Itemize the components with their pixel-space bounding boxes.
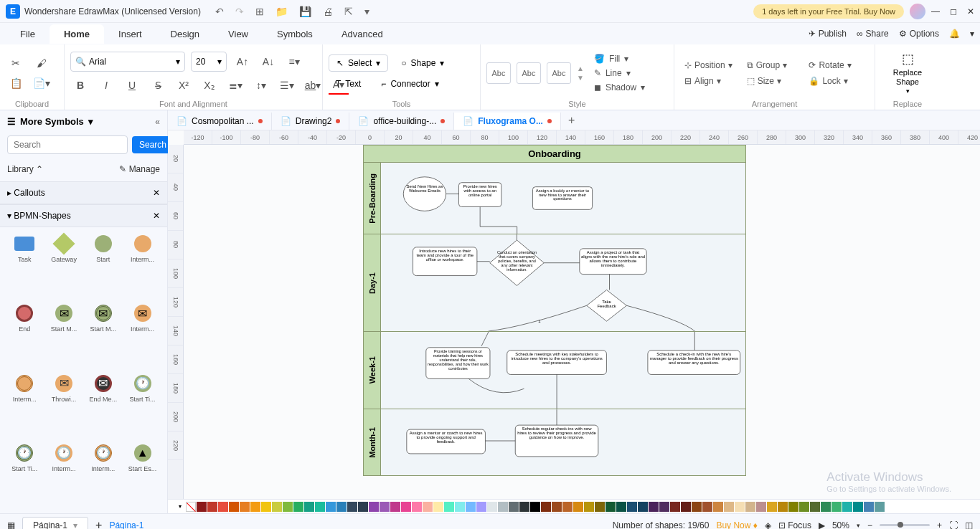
shape-item[interactable]: 🕐Start Ti... — [123, 373, 161, 438]
color-swatch[interactable] — [756, 502, 766, 512]
diagram-page[interactable]: Onboarding Pre-Boarding Send New Hires a… — [363, 145, 746, 476]
save-icon[interactable]: 💾 — [299, 6, 311, 17]
color-swatch[interactable] — [401, 502, 411, 512]
shape-item[interactable]: 🕐Interm... — [45, 442, 83, 507]
color-swatch[interactable] — [326, 502, 336, 512]
color-swatch[interactable] — [552, 502, 562, 512]
group-button[interactable]: ⧉ Group▾ — [743, 58, 799, 72]
shape-item[interactable]: 🕐Start Ti... — [6, 442, 44, 507]
trial-badge[interactable]: 1 days left in your Free Trial. Buy Now — [753, 4, 904, 19]
color-swatch[interactable] — [541, 502, 551, 512]
shape-item[interactable]: ▲Start Es... — [123, 442, 161, 507]
color-swatch[interactable] — [466, 502, 476, 512]
color-swatch[interactable] — [595, 502, 605, 512]
export-icon[interactable]: ⇱ — [344, 6, 353, 17]
color-swatch[interactable] — [519, 502, 529, 512]
shape-item[interactable]: Task — [6, 233, 44, 298]
increase-font-icon[interactable]: A↑ — [232, 52, 253, 71]
color-swatch[interactable] — [498, 502, 508, 512]
color-swatch[interactable] — [573, 502, 583, 512]
color-swatch[interactable] — [423, 502, 433, 512]
color-swatch[interactable] — [240, 502, 250, 512]
minimize-icon[interactable]: — — [931, 6, 940, 16]
shape-tool[interactable]: ○Shape ▾ — [394, 55, 451, 71]
color-swatch[interactable] — [358, 502, 368, 512]
fill-option[interactable]: 🪣Fill▾ — [590, 52, 649, 65]
color-swatch[interactable] — [584, 502, 594, 512]
options-button[interactable]: ⚙Options — [899, 29, 939, 39]
buy-now-link[interactable]: Buy Now ♦ — [716, 520, 758, 530]
zoom-out-icon[interactable]: − — [867, 520, 872, 530]
color-swatch[interactable] — [638, 502, 648, 512]
style-preset-2[interactable]: Abc — [517, 62, 541, 84]
strike-icon[interactable]: S̶ — [148, 76, 168, 95]
user-avatar[interactable] — [910, 4, 925, 19]
color-swatch[interactable] — [304, 502, 314, 512]
color-swatch[interactable] — [649, 502, 659, 512]
print-icon[interactable]: 🖨 — [323, 6, 333, 17]
underline-icon[interactable]: U — [122, 76, 142, 95]
collapse-panel-icon[interactable]: « — [155, 117, 160, 127]
add-tab-icon[interactable]: + — [561, 111, 582, 130]
color-swatch[interactable] — [229, 502, 239, 512]
redo-icon[interactable]: ↷ — [235, 6, 244, 17]
menu-view[interactable]: View — [214, 24, 263, 44]
color-swatch[interactable] — [455, 502, 465, 512]
align-button[interactable]: ⊟ Align▾ — [680, 74, 737, 88]
shape-item[interactable]: 🕐Interm... — [85, 442, 123, 507]
zoom-level[interactable]: 50% — [832, 520, 849, 530]
color-swatch[interactable] — [293, 502, 303, 512]
color-swatch[interactable] — [713, 502, 723, 512]
rotate-button[interactable]: ⟳ Rotate▾ — [804, 58, 861, 72]
font-size-select[interactable]: 20▾ — [191, 52, 227, 72]
library-toggle[interactable]: Library ⌃ — [7, 164, 43, 174]
color-swatch[interactable] — [831, 502, 842, 512]
align-dropdown-icon[interactable]: ≡▾ — [284, 52, 304, 71]
manage-button[interactable]: ✎ Manage — [119, 164, 160, 174]
page-layout-icon[interactable]: ▦ — [7, 520, 15, 530]
clear-format-icon[interactable]: ab▾ — [303, 76, 323, 95]
menu-symbols[interactable]: Symbols — [263, 24, 327, 44]
shape-item[interactable]: Interm... — [123, 233, 161, 298]
share-button[interactable]: ∞Share — [857, 29, 889, 39]
color-swatch[interactable] — [336, 502, 347, 512]
color-swatch[interactable] — [659, 502, 669, 512]
color-swatch[interactable] — [606, 502, 616, 512]
color-swatch[interactable] — [433, 502, 443, 512]
zoom-in-icon[interactable]: + — [937, 520, 942, 530]
shape-item[interactable]: Start — [85, 233, 123, 298]
color-swatch[interactable] — [702, 502, 712, 512]
color-swatch[interactable] — [735, 502, 745, 512]
focus-button[interactable]: ⊡ Focus — [778, 520, 811, 530]
color-swatch[interactable] — [788, 502, 798, 512]
color-swatch[interactable] — [197, 502, 207, 512]
select-tool[interactable]: ↖Select ▾ — [329, 54, 388, 72]
copy-icon[interactable]: 📋 — [6, 74, 26, 92]
more-symbols-button[interactable]: ☰More Symbols▾ — [7, 116, 93, 127]
color-swatch[interactable] — [627, 502, 637, 512]
bold-icon[interactable]: B — [70, 76, 90, 95]
color-swatch[interactable] — [412, 502, 422, 512]
menu-file[interactable]: File — [6, 24, 50, 44]
doc-tab[interactable]: 📄Drawing2 — [272, 113, 350, 130]
color-swatch[interactable] — [864, 502, 874, 512]
menu-home[interactable]: Home — [50, 24, 104, 44]
zoom-slider[interactable] — [880, 524, 930, 526]
decrease-font-icon[interactable]: A↓ — [258, 52, 278, 71]
color-swatch[interactable] — [261, 502, 271, 512]
font-select[interactable]: 🔍Arial▾ — [70, 52, 185, 72]
layers-icon[interactable]: ◈ — [765, 520, 771, 530]
no-color-swatch[interactable] — [186, 502, 196, 512]
color-swatch[interactable] — [390, 502, 400, 512]
menu-dropdown-icon[interactable]: ▾ — [970, 29, 974, 39]
superscript-icon[interactable]: X² — [174, 76, 194, 95]
paste-icon[interactable]: 📄▾ — [32, 74, 52, 92]
presentation-icon[interactable]: ▶ — [819, 520, 825, 530]
close-category-icon[interactable]: ✕ — [153, 188, 160, 198]
color-swatch[interactable] — [692, 502, 702, 512]
color-swatch[interactable] — [509, 502, 519, 512]
color-swatch[interactable] — [207, 502, 217, 512]
new-icon[interactable]: ⊞ — [255, 6, 264, 17]
subscript-icon[interactable]: X₂ — [199, 76, 220, 95]
position-button[interactable]: ⊹ Position▾ — [680, 58, 737, 72]
